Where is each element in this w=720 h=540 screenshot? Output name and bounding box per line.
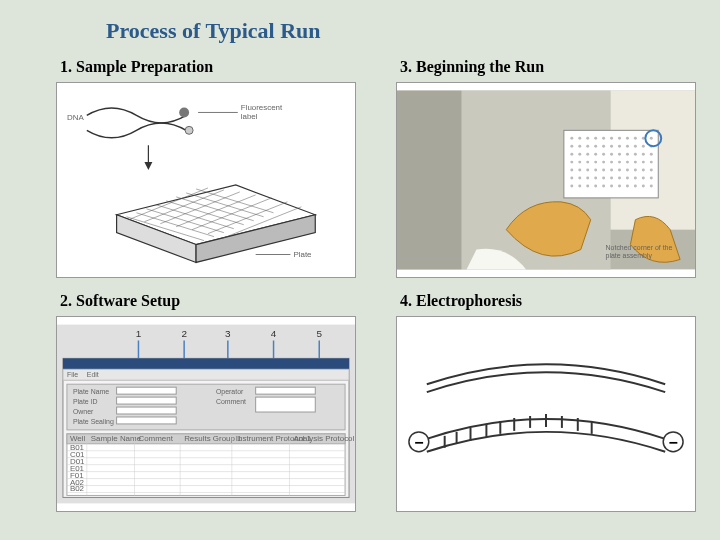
svg-point-40 bbox=[570, 145, 573, 148]
svg-point-89 bbox=[610, 177, 613, 180]
svg-point-78 bbox=[610, 169, 613, 172]
svg-point-87 bbox=[594, 177, 597, 180]
svg-point-34 bbox=[610, 137, 613, 140]
svg-point-42 bbox=[586, 145, 589, 148]
svg-point-56 bbox=[610, 153, 613, 156]
svg-point-93 bbox=[642, 177, 645, 180]
svg-point-101 bbox=[618, 184, 621, 187]
step-2-label: 2. Software Setup bbox=[60, 292, 356, 310]
fig2-r-comment: Comment bbox=[216, 398, 246, 405]
svg-point-0 bbox=[179, 107, 189, 117]
fig2-h-results: Results Group 1 bbox=[184, 434, 242, 443]
svg-point-62 bbox=[570, 161, 573, 164]
svg-point-77 bbox=[602, 169, 605, 172]
svg-point-58 bbox=[626, 153, 629, 156]
svg-point-88 bbox=[602, 177, 605, 180]
step-3-label: 3. Beginning the Run bbox=[400, 58, 696, 76]
svg-point-44 bbox=[602, 145, 605, 148]
svg-point-55 bbox=[602, 153, 605, 156]
svg-point-1 bbox=[185, 126, 193, 134]
fig2-col-3: 3 bbox=[225, 328, 231, 339]
svg-point-83 bbox=[650, 169, 653, 172]
svg-marker-4 bbox=[144, 162, 152, 170]
svg-point-59 bbox=[634, 153, 637, 156]
slide-title: Process of Typical Run bbox=[106, 18, 690, 44]
svg-point-74 bbox=[578, 169, 581, 172]
fig2-h-well: Well bbox=[70, 434, 86, 443]
svg-point-98 bbox=[594, 184, 597, 187]
svg-rect-25 bbox=[397, 91, 462, 270]
svg-point-51 bbox=[570, 153, 573, 156]
svg-point-33 bbox=[602, 137, 605, 140]
fig1-dna-label: DNA bbox=[67, 113, 84, 122]
svg-point-53 bbox=[586, 153, 589, 156]
svg-point-41 bbox=[578, 145, 581, 148]
figure-software-setup: 1 2 3 4 5 bbox=[56, 316, 356, 512]
fig2-col-5: 5 bbox=[316, 328, 322, 339]
fig2-col-1: 1 bbox=[136, 328, 142, 339]
svg-point-75 bbox=[586, 169, 589, 172]
step-4: 4. Electrophoresis bbox=[396, 292, 696, 512]
svg-point-90 bbox=[618, 177, 621, 180]
svg-point-82 bbox=[642, 169, 645, 172]
svg-point-32 bbox=[594, 137, 597, 140]
step-1-label: 1. Sample Preparation bbox=[60, 58, 356, 76]
svg-point-45 bbox=[610, 145, 613, 148]
svg-point-99 bbox=[602, 184, 605, 187]
step-3: 3. Beginning the Run bbox=[396, 58, 696, 278]
svg-rect-123 bbox=[117, 397, 177, 404]
svg-point-81 bbox=[634, 169, 637, 172]
svg-point-36 bbox=[626, 137, 629, 140]
svg-point-69 bbox=[626, 161, 629, 164]
fig2-menu-file: File bbox=[67, 371, 78, 378]
step-2: 2. Software Setup 1 2 3 4 5 bbox=[56, 292, 356, 512]
svg-point-35 bbox=[618, 137, 621, 140]
content-grid: 1. Sample Preparation DNA Fluorescent la… bbox=[56, 58, 690, 512]
fig2-r-operator: Operator bbox=[216, 388, 244, 396]
fig2-l-plate-name: Plate Name bbox=[73, 388, 109, 395]
svg-rect-119 bbox=[63, 358, 349, 369]
svg-point-100 bbox=[610, 184, 613, 187]
svg-point-64 bbox=[586, 161, 589, 164]
svg-point-92 bbox=[634, 177, 637, 180]
fig2-well-6: B02 bbox=[70, 484, 85, 493]
fig1-fluor-label-l1: Fluorescent bbox=[241, 103, 283, 112]
fig2-menu-edit: Edit bbox=[87, 371, 99, 378]
fig3-caption-l1: Notched corner of the bbox=[606, 244, 673, 251]
svg-point-49 bbox=[642, 145, 645, 148]
svg-point-43 bbox=[594, 145, 597, 148]
svg-point-71 bbox=[642, 161, 645, 164]
svg-point-54 bbox=[594, 153, 597, 156]
svg-point-105 bbox=[650, 184, 653, 187]
svg-point-97 bbox=[586, 184, 589, 187]
svg-rect-125 bbox=[117, 417, 177, 424]
svg-point-63 bbox=[578, 161, 581, 164]
svg-point-30 bbox=[578, 137, 581, 140]
figure-electrophoresis: − − bbox=[396, 316, 696, 512]
svg-point-66 bbox=[602, 161, 605, 164]
svg-rect-120 bbox=[63, 369, 349, 380]
svg-rect-126 bbox=[256, 387, 316, 394]
svg-rect-127 bbox=[256, 397, 316, 412]
fig3-caption-l2: plate assembly bbox=[606, 252, 653, 260]
svg-point-94 bbox=[650, 177, 653, 180]
svg-point-57 bbox=[618, 153, 621, 156]
svg-point-84 bbox=[570, 177, 573, 180]
fig2-h-sample: Sample Name bbox=[91, 434, 142, 443]
figure-begin-run: Notched corner of the plate assembly bbox=[396, 82, 696, 278]
svg-point-47 bbox=[626, 145, 629, 148]
svg-point-103 bbox=[634, 184, 637, 187]
svg-point-76 bbox=[594, 169, 597, 172]
fig4-right-electrode: − bbox=[669, 434, 678, 451]
svg-point-95 bbox=[570, 184, 573, 187]
step-4-label: 4. Electrophoresis bbox=[400, 292, 696, 310]
slide: Process of Typical Run 1. Sample Prepara… bbox=[0, 0, 720, 540]
fig4-left-electrode: − bbox=[414, 434, 423, 451]
fig2-h-analysis: Analysis Protocol 1 bbox=[293, 434, 355, 443]
svg-point-46 bbox=[618, 145, 621, 148]
svg-point-67 bbox=[610, 161, 613, 164]
figure-sample-prep: DNA Fluorescent label bbox=[56, 82, 356, 278]
fig1-fluor-label-l2: label bbox=[241, 112, 258, 121]
svg-point-102 bbox=[626, 184, 629, 187]
svg-point-96 bbox=[578, 184, 581, 187]
